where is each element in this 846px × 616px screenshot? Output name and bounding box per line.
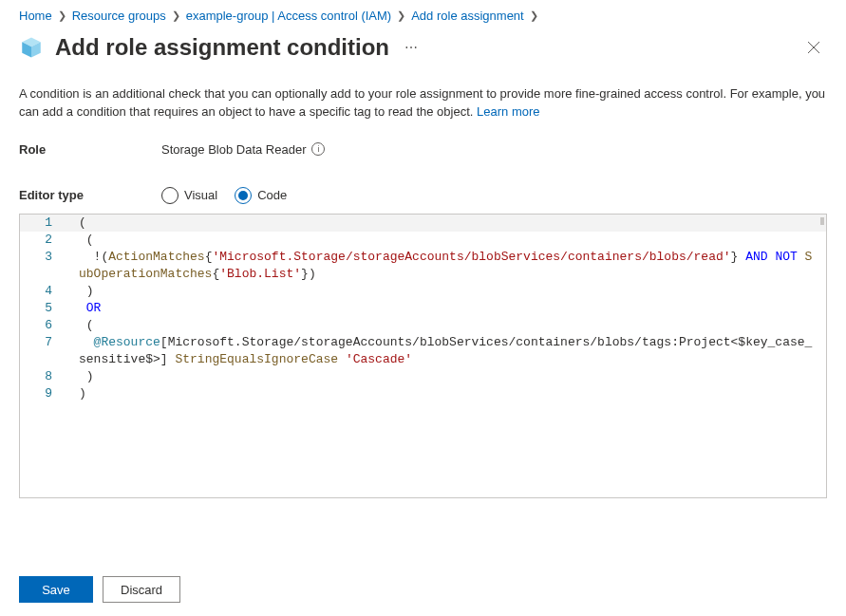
more-actions-icon[interactable]: ⋯: [404, 40, 419, 55]
breadcrumb-item-home[interactable]: Home: [19, 9, 52, 23]
radio-button-icon: [161, 187, 179, 204]
title-row: Add role assignment condition ⋯: [0, 30, 846, 70]
chevron-right-icon: ❯: [530, 9, 538, 22]
code-line[interactable]: 8 ): [20, 368, 826, 385]
code-text[interactable]: (: [79, 232, 826, 249]
line-number: 2: [20, 232, 66, 249]
intro-text: A condition is an additional check that …: [19, 85, 827, 121]
code-text[interactable]: ): [79, 385, 826, 402]
role-field: Role Storage Blob Data Reader i: [19, 142, 827, 157]
editor-type-field: Editor type Visual Code: [19, 187, 827, 204]
code-text[interactable]: ): [79, 368, 826, 385]
line-number: 9: [20, 385, 66, 402]
page-title: Add role assignment condition: [55, 34, 389, 61]
chevron-right-icon: ❯: [397, 9, 405, 22]
code-line[interactable]: 4 ): [20, 283, 826, 300]
breadcrumb: Home ❯ Resource groups ❯ example-group |…: [0, 0, 846, 30]
code-editor[interactable]: 1(2 (3 !(ActionMatches{'Microsoft.Storag…: [19, 214, 827, 498]
discard-button[interactable]: Discard: [103, 576, 180, 603]
code-text[interactable]: @Resource[Microsoft.Storage/storageAccou…: [79, 334, 826, 368]
cube-icon: [19, 35, 44, 60]
code-line[interactable]: 2 (: [20, 232, 826, 249]
role-label: Role: [19, 142, 161, 157]
code-text[interactable]: OR: [79, 300, 826, 317]
radio-button-icon: [235, 187, 252, 204]
code-line[interactable]: 3 !(ActionMatches{'Microsoft.Storage/sto…: [20, 249, 826, 283]
code-text[interactable]: ): [79, 283, 826, 300]
line-number: 3: [20, 249, 66, 266]
footer: Save Discard: [0, 576, 846, 603]
code-line[interactable]: 1(: [20, 215, 826, 232]
code-text[interactable]: !(ActionMatches{'Microsoft.Storage/stora…: [79, 249, 826, 283]
save-button[interactable]: Save: [19, 576, 93, 603]
line-number: 5: [20, 300, 66, 317]
line-number: 6: [20, 317, 66, 334]
radio-code-label: Code: [257, 188, 287, 202]
breadcrumb-item-resource-groups[interactable]: Resource groups: [72, 9, 166, 23]
scrollbar-marker: [820, 217, 824, 225]
radio-code[interactable]: Code: [235, 187, 287, 204]
chevron-right-icon: ❯: [172, 9, 180, 22]
radio-visual-label: Visual: [184, 188, 217, 202]
code-line[interactable]: 9): [20, 385, 826, 402]
editor-type-label: Editor type: [19, 188, 161, 202]
radio-visual[interactable]: Visual: [161, 187, 217, 204]
close-button[interactable]: [800, 34, 827, 61]
close-icon: [807, 41, 820, 54]
learn-more-link[interactable]: Learn more: [477, 104, 539, 119]
line-number: 7: [20, 334, 66, 351]
role-value: Storage Blob Data Reader: [161, 142, 306, 157]
breadcrumb-item-add-role[interactable]: Add role assignment: [411, 9, 524, 23]
code-text[interactable]: (: [79, 215, 826, 232]
line-number: 8: [20, 368, 66, 385]
breadcrumb-item-iam[interactable]: example-group | Access control (IAM): [186, 9, 392, 23]
editor-type-radio-group: Visual Code: [161, 187, 287, 204]
chevron-right-icon: ❯: [58, 9, 66, 22]
line-number: 4: [20, 283, 66, 300]
code-line[interactable]: 6 (: [20, 317, 826, 334]
line-number: 1: [20, 215, 66, 232]
code-text[interactable]: (: [79, 317, 826, 334]
code-line[interactable]: 5 OR: [20, 300, 826, 317]
info-icon[interactable]: i: [311, 142, 325, 156]
code-line[interactable]: 7 @Resource[Microsoft.Storage/storageAcc…: [20, 334, 826, 368]
